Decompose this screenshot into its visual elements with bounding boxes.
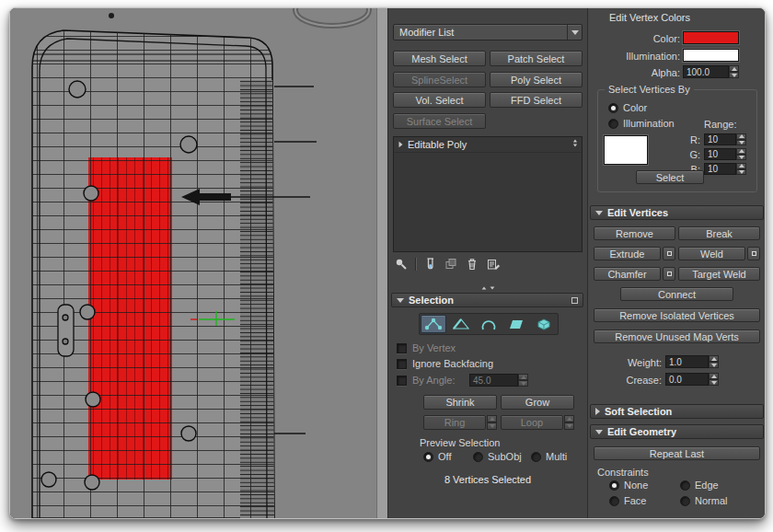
constraints-label: Constraints	[597, 467, 649, 479]
alpha-spinner[interactable]: 100.0	[683, 65, 739, 78]
connect-button[interactable]: Connect	[620, 287, 733, 301]
subobject-vertex-button[interactable]	[421, 315, 446, 333]
g-value: 10	[708, 149, 718, 159]
loop-button: Loop	[501, 415, 563, 430]
crease-value: 0.0	[669, 375, 682, 385]
constraint-none-label: None	[624, 480, 648, 492]
remove-unused-map-verts-button[interactable]: Remove Unused Map Verts	[594, 330, 760, 343]
rollout-open-icon	[595, 430, 603, 434]
subobject-element-button[interactable]	[531, 315, 557, 333]
edit-panel: Edit Vertex Colors Color: Illumination: …	[587, 8, 766, 518]
screenshot-frame: Modifier List Mesh Select Patch Select S…	[0, 0, 773, 532]
modifier-list-dropdown[interactable]: Modifier List	[393, 24, 583, 40]
shrink-button[interactable]: Shrink	[423, 395, 497, 410]
preview-off-radio[interactable]	[423, 452, 433, 462]
rollout-open-icon	[397, 298, 404, 303]
rollout-soft-selection[interactable]: Soft Selection	[590, 404, 764, 419]
poly-select-button[interactable]: Poly Select	[490, 72, 583, 87]
loop-spinner	[564, 415, 574, 430]
command-panel: Modifier List Mesh Select Patch Select S…	[388, 8, 587, 518]
extrude-button[interactable]: Extrude	[594, 247, 661, 260]
stack-scroll-handle[interactable]	[570, 139, 580, 147]
weight-spinner[interactable]: 1.0	[665, 355, 719, 368]
constraint-face-label: Face	[624, 495, 646, 507]
repeat-last-button[interactable]: Repeat Last	[594, 446, 760, 460]
grow-button[interactable]: Grow	[501, 395, 574, 410]
range-color-swatch[interactable]	[604, 135, 648, 165]
constraint-face-radio[interactable]	[609, 496, 619, 506]
alpha-value: 100.0	[686, 67, 710, 77]
modifier-stack: Editable Poly	[393, 136, 583, 252]
constraint-normal-label: Normal	[695, 495, 727, 507]
subobject-border-button[interactable]	[476, 315, 502, 333]
color-label: Color:	[595, 33, 680, 45]
by-angle-checkbox	[397, 376, 407, 386]
edit-vertex-colors-title: Edit Vertex Colors	[609, 12, 690, 24]
vertex-color-swatch[interactable]	[683, 31, 739, 44]
preview-subobj-radio[interactable]	[473, 452, 483, 462]
by-vertex-label: By Vertex	[412, 342, 456, 354]
select-button[interactable]: Select	[636, 170, 704, 184]
constraint-none-radio[interactable]	[609, 480, 619, 491]
target-weld-button[interactable]: Target Weld	[678, 267, 760, 281]
mesh-select-button[interactable]: Mesh Select	[393, 51, 486, 66]
constraint-normal-radio[interactable]	[680, 496, 690, 506]
weight-value: 1.0	[669, 357, 682, 367]
remove-isolated-vertices-button[interactable]: Remove Isolated Vertices	[594, 308, 760, 322]
range-label: Range:	[704, 119, 736, 131]
b-value: 10	[708, 164, 718, 174]
weld-settings-button[interactable]	[747, 247, 760, 260]
rollout-selection[interactable]: Selection	[391, 293, 583, 307]
expand-icon[interactable]	[399, 142, 403, 147]
extrude-settings-button[interactable]	[663, 247, 675, 260]
select-by-color-radio[interactable]	[608, 103, 618, 113]
rollout-edit-geometry-title: Edit Geometry	[607, 426, 676, 437]
make-unique-icon[interactable]	[444, 257, 458, 272]
vertex-icon	[422, 317, 444, 331]
weight-label: Weight:	[603, 357, 662, 369]
vol-select-button[interactable]: Vol. Select	[393, 92, 486, 108]
r-label: R:	[680, 134, 700, 146]
remove-modifier-icon[interactable]	[465, 257, 479, 272]
ring-button: Ring	[423, 415, 486, 430]
chamfer-button[interactable]: Chamfer	[594, 267, 661, 281]
configure-modifier-sets-icon[interactable]	[486, 257, 501, 272]
subobject-polygon-button[interactable]	[503, 315, 529, 333]
spline-select-button: SplineSelect	[393, 72, 486, 87]
chamfer-settings-button[interactable]	[663, 267, 675, 281]
app-window: Modifier List Mesh Select Patch Select S…	[9, 7, 766, 519]
ignore-backfacing-checkbox[interactable]	[397, 359, 407, 369]
panel-splitter[interactable]	[376, 8, 388, 518]
rollout-corner-icon[interactable]	[571, 297, 578, 304]
viewport[interactable]	[10, 8, 376, 518]
constraint-edge-radio[interactable]	[680, 480, 690, 491]
rollout-edit-vertices[interactable]: Edit Vertices	[590, 205, 764, 220]
illumination-swatch[interactable]	[683, 49, 739, 62]
r-value: 10	[708, 134, 718, 145]
pin-stack-icon[interactable]	[394, 257, 409, 272]
select-by-color-label: Color	[623, 102, 647, 114]
show-end-result-icon[interactable]	[422, 257, 437, 272]
break-button[interactable]: Break	[678, 226, 760, 240]
patch-select-button[interactable]: Patch Select	[490, 51, 583, 66]
by-angle-value: 45.0	[473, 376, 490, 386]
ignore-backfacing-label: Ignore Backfacing	[412, 358, 493, 370]
b-spinner[interactable]: 10	[704, 163, 746, 175]
stack-item-editable-poly[interactable]: Editable Poly	[394, 137, 582, 153]
rollout-edit-geometry[interactable]: Edit Geometry	[590, 424, 764, 439]
g-spinner[interactable]: 10	[704, 148, 746, 160]
viewport-canvas[interactable]	[10, 8, 376, 518]
modifier-list-label: Modifier List	[394, 27, 567, 38]
weld-button[interactable]: Weld	[678, 247, 745, 260]
subobject-mode-strip	[419, 313, 559, 335]
rollout-closed-icon	[595, 408, 600, 415]
select-by-illumination-radio[interactable]	[608, 119, 618, 129]
ffd-select-button[interactable]: FFD Select	[490, 92, 583, 108]
subobject-edge-button[interactable]	[448, 315, 474, 333]
r-spinner[interactable]: 10	[704, 133, 746, 145]
crease-spinner[interactable]: 0.0	[665, 373, 719, 386]
selection-status: 8 Vertices Selected	[388, 474, 587, 485]
preview-multi-radio[interactable]	[531, 452, 541, 462]
remove-button[interactable]: Remove	[594, 226, 675, 240]
alpha-label: Alpha:	[595, 67, 680, 79]
